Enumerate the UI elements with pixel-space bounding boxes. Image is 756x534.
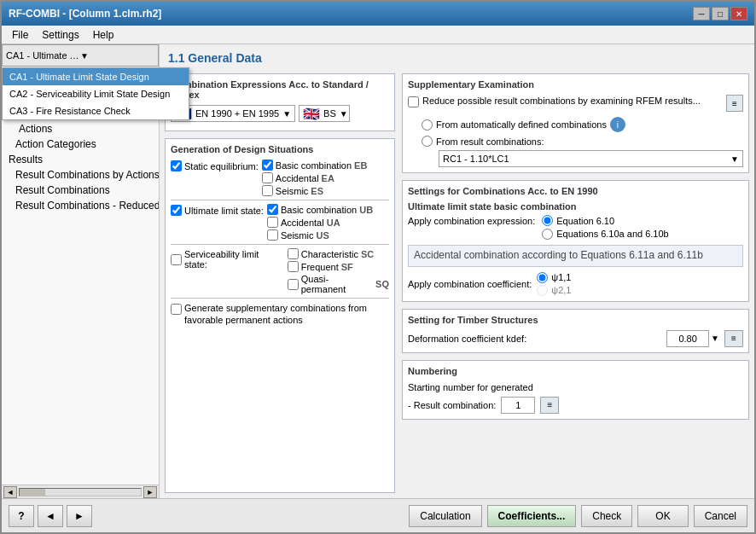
ok-button[interactable]: OK [637, 505, 688, 527]
design-situations-title: Generation of Design Situations [171, 144, 389, 154]
window-controls: ─ □ ✕ [693, 7, 747, 20]
prev-button[interactable]: ◄ [38, 505, 63, 527]
uls-label-wrap: Ultimate limit state: [171, 204, 264, 216]
static-seismic-code: ES [311, 186, 323, 196]
numbering-input[interactable] [501, 397, 535, 414]
sls-char-checkbox[interactable] [288, 248, 299, 259]
menu-help[interactable]: Help [86, 27, 121, 43]
next-button[interactable]: ► [67, 505, 92, 527]
supplementary-exam-box: Supplementary Examination Reduce possibl… [402, 73, 749, 173]
static-seismic-label: Seismic [276, 186, 309, 196]
static-basic-checkbox[interactable] [262, 160, 273, 171]
divider-3 [171, 298, 389, 299]
divider-2 [171, 244, 389, 245]
sidebar-item-result-combos-by-actions[interactable]: Result Combinations by Actions [2, 167, 159, 183]
uls-basic-checkbox[interactable] [267, 204, 278, 215]
supplementary-row: Generate supplementary combinations from… [171, 302, 389, 327]
psi11-radio[interactable] [537, 272, 548, 283]
static-eq-checkbox[interactable] [171, 160, 182, 171]
annex-dropdown-arrow: ▼ [340, 109, 348, 119]
ca-dropdown[interactable]: CA1 - Ultimate Limit State Desig ▼ CA1 -… [2, 44, 159, 67]
static-eq-section: Static equilibrium: Basic combination EB [171, 160, 389, 196]
minimize-button[interactable]: ─ [693, 7, 710, 20]
calculation-button[interactable]: Calculation [409, 505, 481, 527]
sidebar: CA1 - Ultimate Limit State Desig ▼ CA1 -… [2, 44, 160, 498]
from-result-radio[interactable] [422, 136, 433, 147]
sidebar-item-result-combos[interactable]: Result Combinations [2, 183, 159, 198]
settings-title: Settings for Combinations Acc. to EN 199… [408, 186, 743, 196]
uls-basic-code: UB [359, 205, 373, 215]
timber-expand-btn[interactable]: ≡ [724, 330, 743, 347]
sls-checkbox[interactable] [171, 254, 182, 265]
numbering-box: Numbering Starting number for generated … [402, 360, 749, 420]
sls-items: Characteristic SC Frequent SF [288, 248, 389, 294]
result-combo-select[interactable]: RC1 - 1.10*LC1 ▼ [439, 150, 743, 167]
sls-frequent-row: Frequent SF [288, 261, 389, 272]
ca-option-3[interactable]: CA3 - Fire Resistance Check [3, 102, 189, 119]
scroll-right-btn[interactable]: ► [143, 486, 157, 498]
static-accidental-checkbox[interactable] [262, 172, 273, 183]
info-button[interactable]: i [610, 117, 625, 132]
sidebar-scrollbar[interactable]: ◄ ► [2, 485, 159, 498]
timber-input[interactable] [666, 330, 709, 347]
check-button[interactable]: Check [581, 505, 632, 527]
supplementary-label: Generate supplementary combinations from… [184, 302, 389, 327]
eq610-radio[interactable] [542, 215, 553, 226]
sidebar-item-results[interactable]: Results [2, 152, 159, 167]
calculation-label: Calculation [420, 510, 470, 522]
cancel-button[interactable]: Cancel [694, 505, 747, 527]
design-situations-box: Generation of Design Situations Static e… [165, 138, 395, 493]
scroll-thumb[interactable] [20, 489, 45, 496]
static-basic-label: Basic combination [276, 160, 352, 171]
apply-coeff-section: Apply combination coefficient: ψ1,1 ψ2,1 [408, 272, 743, 296]
timber-title: Setting for Timber Structures [408, 315, 743, 325]
ca-option-1[interactable]: CA1 - Ultimate Limit State Design [3, 68, 189, 85]
static-accidental-code: EA [322, 173, 334, 183]
right-panel: 1.1 General Data Combination Expressions… [160, 44, 754, 498]
scroll-track[interactable] [19, 488, 142, 496]
eq610ab-label: Equations 6.10a and 6.10b [556, 228, 669, 240]
main-content: CA1 - Ultimate Limit State Desig ▼ CA1 -… [2, 44, 754, 498]
equation-radios: Equation 6.10 Equations 6.10a and 6.10b [542, 215, 669, 240]
close-button[interactable]: ✕ [730, 7, 747, 20]
maximize-button[interactable]: □ [712, 7, 729, 20]
left-section: Combination Expressions Acc. to Standard… [165, 73, 395, 493]
supplementary-checkbox[interactable] [171, 304, 182, 315]
numbering-starting-label: Starting number for generated [408, 382, 533, 392]
eq610ab-radio[interactable] [542, 229, 553, 240]
annex-select[interactable]: 🇬🇧 BS ▼ [299, 105, 350, 122]
help-button[interactable]: ? [9, 505, 34, 527]
reduce-expand-btn[interactable]: ≡ [726, 95, 743, 112]
static-eq-label-wrap: Static equilibrium: [171, 160, 259, 171]
uls-seismic-checkbox[interactable] [267, 229, 278, 241]
menu-file[interactable]: File [5, 27, 35, 43]
psi21-row: ψ2,1 [537, 285, 571, 296]
ca-dropdown-arrow: ▼ [80, 51, 154, 61]
apply-combo-label: Apply combination expression: [408, 215, 535, 227]
ca-option-2[interactable]: CA2 - Serviceability Limit State Design [3, 85, 189, 102]
coefficients-button[interactable]: Coefficients... [487, 505, 577, 527]
static-seismic-row: Seismic ES [262, 185, 368, 196]
static-eq-label: Static equilibrium: [184, 161, 259, 171]
numbering-expand-btn[interactable]: ≡ [540, 397, 559, 414]
reduce-checkbox[interactable] [408, 96, 419, 107]
psi11-row: ψ1,1 [537, 272, 571, 283]
sidebar-item-result-combos-reduced[interactable]: Result Combinations - Reduced [2, 198, 159, 213]
bottom-bar: ? ◄ ► Calculation Coefficients... Check … [2, 498, 754, 532]
from-auto-radio[interactable] [422, 119, 433, 131]
uls-checkbox[interactable] [171, 205, 182, 216]
settings-subtitle: Ultimate limit state basic combination [408, 201, 743, 212]
static-accidental-row: Accidental EA [262, 172, 368, 183]
uls-items: Basic combination UB Accidental UA [267, 204, 373, 241]
uls-label: Ultimate limit state: [184, 206, 264, 216]
psi21-radio[interactable] [537, 285, 548, 296]
settings-combinations-box: Settings for Combinations Acc. to EN 199… [402, 180, 749, 302]
sidebar-item-action-categories[interactable]: Action Categories [2, 136, 159, 152]
sls-quasi-checkbox[interactable] [288, 279, 299, 290]
uls-accidental-checkbox[interactable] [267, 217, 278, 228]
static-seismic-checkbox[interactable] [262, 185, 273, 196]
scroll-left-btn[interactable]: ◄ [3, 486, 17, 498]
sls-frequent-checkbox[interactable] [288, 261, 299, 272]
sidebar-item-actions[interactable]: Actions [2, 121, 159, 136]
menu-settings[interactable]: Settings [35, 27, 85, 43]
